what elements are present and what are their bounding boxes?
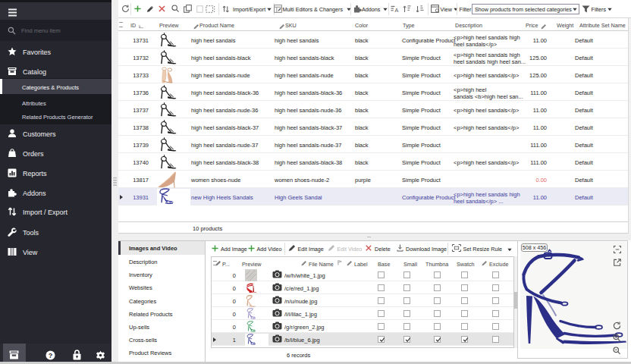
svg-text:?: ? [49, 352, 53, 359]
svg-text:A: A [394, 6, 398, 12]
